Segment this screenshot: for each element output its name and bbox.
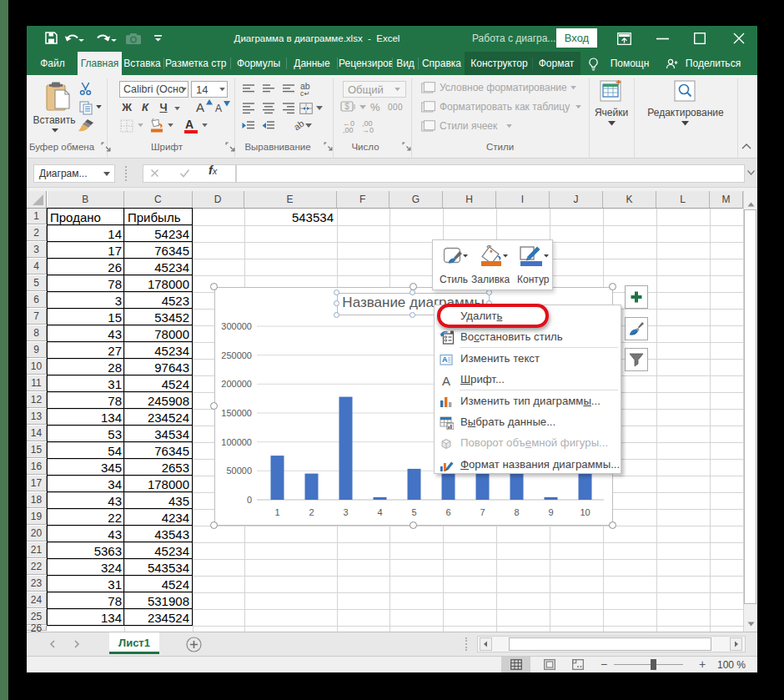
svg-text:2: 2: [309, 507, 314, 517]
svg-text:5: 5: [411, 507, 416, 517]
svg-text:50000: 50000: [226, 466, 252, 476]
svg-text:100000: 100000: [221, 437, 252, 447]
svg-text:7: 7: [480, 507, 485, 517]
svg-text:300000: 300000: [221, 321, 252, 331]
svg-text:9: 9: [548, 507, 553, 517]
svg-text:6: 6: [445, 507, 450, 517]
svg-text:$: $: [344, 102, 349, 111]
svg-text:1: 1: [274, 507, 279, 517]
svg-text:8: 8: [514, 507, 519, 517]
svg-text:150000: 150000: [221, 408, 252, 418]
svg-text:0: 0: [247, 495, 252, 505]
svg-text:3: 3: [343, 507, 348, 517]
svg-text:200000: 200000: [221, 379, 252, 389]
svg-text:10: 10: [580, 507, 590, 517]
svg-text:250000: 250000: [221, 350, 252, 360]
svg-text:A: A: [442, 374, 450, 387]
svg-text:A: A: [442, 355, 448, 364]
svg-text:4: 4: [377, 507, 382, 517]
